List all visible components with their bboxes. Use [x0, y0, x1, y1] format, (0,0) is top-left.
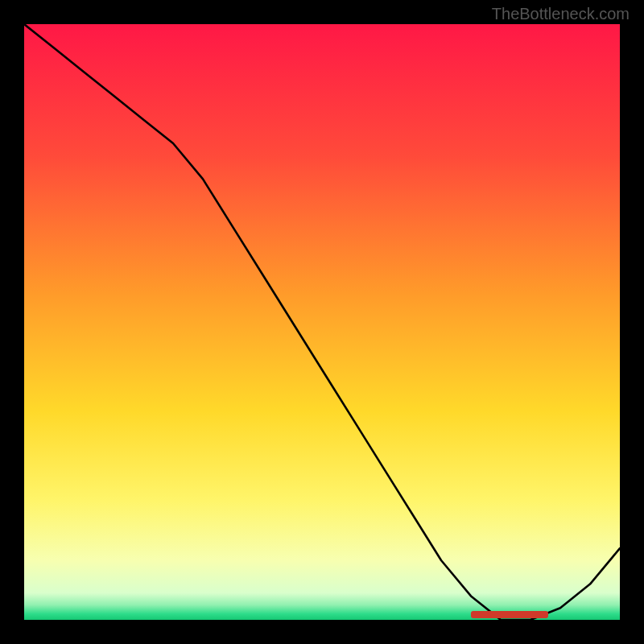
watermark-text: TheBottleneck.com	[492, 5, 630, 23]
optimal-zone-marker	[471, 611, 548, 618]
bottleneck-curve	[24, 24, 620, 620]
chart-plot-area	[24, 24, 620, 620]
